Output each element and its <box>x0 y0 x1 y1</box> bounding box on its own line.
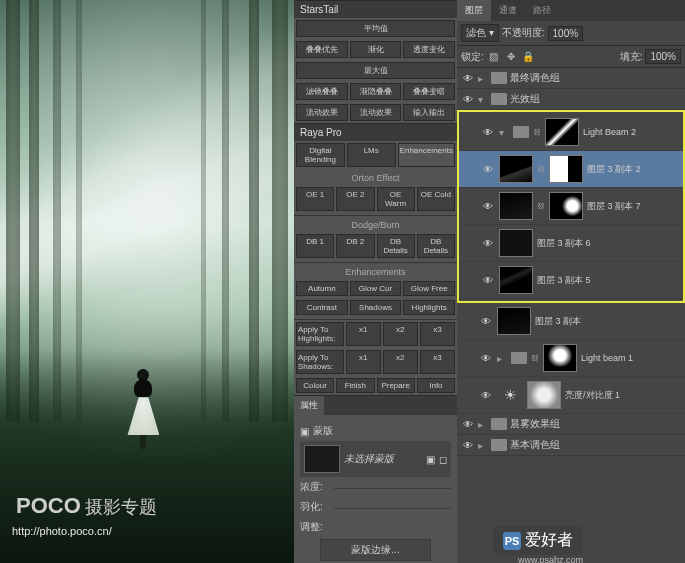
opacity-value[interactable]: 100% <box>548 26 584 41</box>
oe-btn[interactable]: OE Cold <box>417 187 455 211</box>
layer-thumb[interactable] <box>499 192 533 220</box>
st-btn[interactable]: 滤镜叠叠 <box>296 83 348 100</box>
mask-edge-btn[interactable]: 蒙版边缘... <box>320 539 431 561</box>
visibility-icon[interactable]: 👁 <box>479 388 493 402</box>
lock-all-icon[interactable]: 🔒 <box>521 50 535 64</box>
adj-thumb[interactable] <box>527 381 561 409</box>
db-btn[interactable]: DB 2 <box>336 234 374 258</box>
enh-btn[interactable]: Highlights <box>403 300 455 315</box>
document-canvas[interactable]: POCO摄影专题 http://photo.poco.cn/ <box>0 0 294 563</box>
layer-group[interactable]: 👁 ▸ 基本调色组 <box>457 435 685 456</box>
visibility-icon[interactable]: 👁 <box>481 273 495 287</box>
mask-thumb[interactable] <box>543 344 577 372</box>
layers-list[interactable]: 👁 ▸ 最终调色组 👁 ▾ 光效组 👁 ▾ ⛓ Light Beam 2 👁 <box>457 68 685 563</box>
layer-group[interactable]: 👁 ▸ 最终调色组 <box>457 68 685 89</box>
st-btn[interactable]: 渐隐叠叠 <box>350 83 402 100</box>
link-icon[interactable]: ⛓ <box>537 165 545 174</box>
visibility-icon[interactable]: 👁 <box>481 125 495 139</box>
layer-thumb[interactable] <box>499 266 533 294</box>
adjust-label: 调整: <box>300 520 323 534</box>
apply-sh-btn[interactable]: x3 <box>420 350 455 374</box>
oe-btn[interactable]: OE 2 <box>336 187 374 211</box>
oe-btn[interactable]: OE Warm <box>377 187 415 211</box>
oe-btn[interactable]: OE 1 <box>296 187 334 211</box>
props-tab[interactable]: 属性 <box>294 396 324 415</box>
lock-position-icon[interactable]: ✥ <box>504 50 518 64</box>
db-btn[interactable]: DB Details <box>377 234 415 258</box>
mask-thumb[interactable] <box>549 155 583 183</box>
layer-row[interactable]: 👁 ⛓ 图层 3 副本 7 <box>459 188 683 225</box>
layer-thumb[interactable] <box>499 229 533 257</box>
mask-vector-icon[interactable]: ◻ <box>439 454 447 465</box>
st-btn[interactable]: 渐化 <box>350 41 402 58</box>
apply-hi-btn[interactable]: x1 <box>346 322 381 346</box>
visibility-icon[interactable]: 👁 <box>461 438 475 452</box>
enh-btn[interactable]: Shadows <box>350 300 402 315</box>
tab-channels[interactable]: 通道 <box>491 0 525 21</box>
layer-row[interactable]: 👁 ▾ ⛓ Light Beam 2 <box>459 114 683 151</box>
visibility-icon[interactable]: 👁 <box>479 351 493 365</box>
feather-value[interactable] <box>334 506 451 509</box>
tab-paths[interactable]: 路径 <box>525 0 559 21</box>
visibility-icon[interactable]: 👁 <box>479 314 493 328</box>
visibility-icon[interactable]: 👁 <box>461 92 475 106</box>
expand-icon[interactable]: ▾ <box>478 94 488 105</box>
expand-icon[interactable]: ▸ <box>497 353 507 364</box>
expand-icon[interactable]: ▸ <box>478 440 488 451</box>
link-icon[interactable]: ⛓ <box>533 128 541 137</box>
db-btn[interactable]: DB Details <box>417 234 455 258</box>
blend-mode-select[interactable]: 滤色 ▾ <box>461 24 499 42</box>
visibility-icon[interactable]: 👁 <box>461 71 475 85</box>
tab-layers[interactable]: 图层 <box>457 0 491 21</box>
rp-bottom-btn[interactable]: Finish <box>336 378 374 393</box>
st-btn[interactable]: 输入输出 <box>403 104 455 121</box>
rp-bottom-btn[interactable]: Prepare <box>377 378 415 393</box>
expand-icon[interactable]: ▾ <box>499 127 509 138</box>
rp-bottom-btn[interactable]: Info <box>417 378 455 393</box>
mask-thumb[interactable] <box>549 192 583 220</box>
apply-sh-btn[interactable]: x1 <box>346 350 381 374</box>
rp-bottom-btn[interactable]: Colour <box>296 378 334 393</box>
enh-btn[interactable]: Autumn <box>296 281 348 296</box>
st-btn[interactable]: 叠叠优先 <box>296 41 348 58</box>
st-btn[interactable]: 叠叠变暗 <box>403 83 455 100</box>
enh-btn[interactable]: Glow Cur <box>350 281 402 296</box>
expand-icon[interactable]: ▸ <box>478 419 488 430</box>
enh-btn[interactable]: Contrast <box>296 300 348 315</box>
layer-row[interactable]: 👁 图层 3 副本 5 <box>459 262 683 299</box>
st-btn[interactable]: 透度变化 <box>403 41 455 58</box>
link-icon[interactable]: ⛓ <box>537 202 545 211</box>
visibility-icon[interactable]: 👁 <box>481 162 495 176</box>
apply-hi-btn[interactable]: x2 <box>383 322 418 346</box>
visibility-icon[interactable]: 👁 <box>461 417 475 431</box>
mask-pixel-icon[interactable]: ▣ <box>426 454 435 465</box>
layer-thumb[interactable] <box>499 155 533 183</box>
enh-btn[interactable]: Glow Free <box>403 281 455 296</box>
layer-row[interactable]: 👁 ⛓ 图层 3 副本 2 <box>459 151 683 188</box>
expand-icon[interactable]: ▸ <box>478 73 488 84</box>
st-btn[interactable]: 平均值 <box>296 20 455 37</box>
layer-row[interactable]: 👁 ☀ 亮度/对比度 1 <box>457 377 685 414</box>
layer-row[interactable]: 👁 图层 3 副本 <box>457 303 685 340</box>
st-btn[interactable]: 最大值 <box>296 62 455 79</box>
layer-row[interactable]: 👁 图层 3 副本 6 <box>459 225 683 262</box>
fill-value[interactable]: 100% <box>645 49 681 64</box>
st-btn[interactable]: 流动效果 <box>296 104 348 121</box>
layer-row[interactable]: 👁 ▸ ⛓ Light beam 1 <box>457 340 685 377</box>
layer-group[interactable]: 👁 ▸ 晨雾效果组 <box>457 414 685 435</box>
apply-hi-btn[interactable]: x3 <box>420 322 455 346</box>
layer-thumb[interactable] <box>497 307 531 335</box>
mask-thumb[interactable] <box>545 118 579 146</box>
rp-tab[interactable]: Enhancements <box>398 143 455 167</box>
visibility-icon[interactable]: 👁 <box>481 236 495 250</box>
rp-tab[interactable]: Digital Blending <box>296 143 345 167</box>
visibility-icon[interactable]: 👁 <box>481 199 495 213</box>
st-btn[interactable]: 流动效果 <box>350 104 402 121</box>
layer-group[interactable]: 👁 ▾ 光效组 <box>457 89 685 110</box>
density-value[interactable] <box>334 486 451 489</box>
link-icon[interactable]: ⛓ <box>531 354 539 363</box>
apply-sh-btn[interactable]: x2 <box>383 350 418 374</box>
db-btn[interactable]: DB 1 <box>296 234 334 258</box>
rp-tab[interactable]: LMs <box>347 143 396 167</box>
lock-pixels-icon[interactable]: ▨ <box>487 50 501 64</box>
